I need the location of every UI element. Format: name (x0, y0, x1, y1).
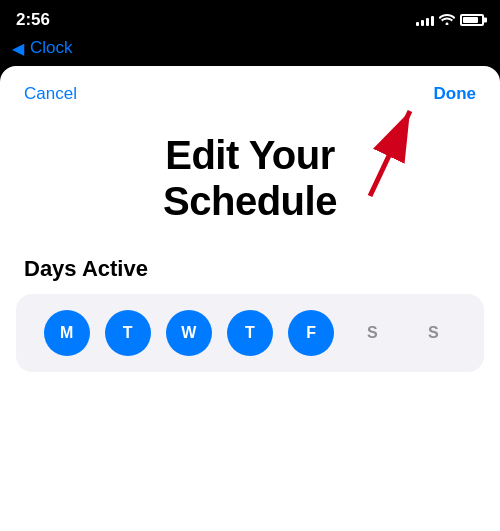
back-navigation[interactable]: ◀ Clock (0, 36, 500, 66)
modal-title-section: Edit YourSchedule (0, 116, 500, 248)
signal-icon (416, 14, 434, 26)
day-friday[interactable]: F (288, 310, 334, 356)
modal-sheet: Cancel Done Edit YourSchedule Days Activ… (0, 66, 500, 531)
modal-header: Cancel Done (0, 66, 500, 116)
back-label: Clock (30, 38, 73, 58)
day-tuesday[interactable]: T (105, 310, 151, 356)
day-sunday[interactable]: S (410, 310, 456, 356)
status-icons (416, 12, 484, 28)
wifi-icon (439, 12, 455, 28)
done-button[interactable]: Done (434, 84, 477, 104)
day-thursday[interactable]: T (227, 310, 273, 356)
day-wednesday[interactable]: W (166, 310, 212, 356)
back-chevron-icon: ◀ (12, 39, 24, 58)
day-saturday[interactable]: S (349, 310, 395, 356)
status-bar: 2:56 (0, 0, 500, 36)
status-time: 2:56 (16, 10, 50, 30)
days-container: M T W T F S S (16, 294, 484, 372)
days-active-label: Days Active (0, 248, 500, 294)
day-monday[interactable]: M (44, 310, 90, 356)
battery-icon (460, 14, 484, 26)
cancel-button[interactable]: Cancel (24, 84, 77, 104)
modal-title: Edit YourSchedule (40, 132, 460, 224)
